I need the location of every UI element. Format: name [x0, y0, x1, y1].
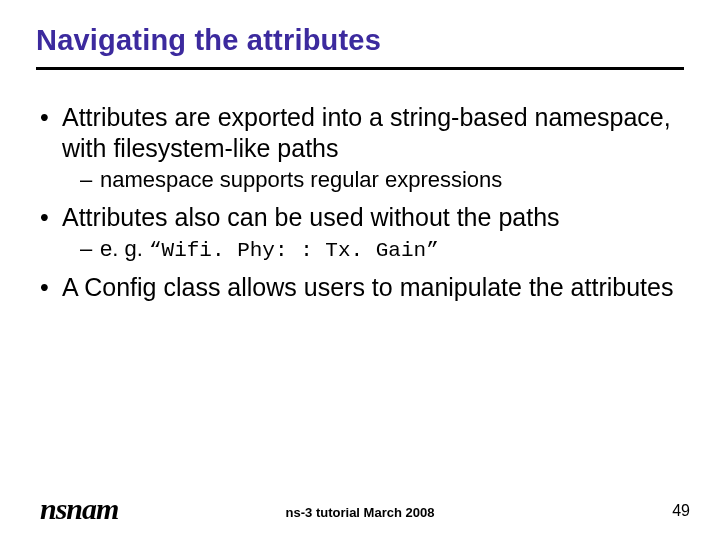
slide: Navigating the attributes Attributes are… [0, 0, 720, 540]
bullet-text: Attributes are exported into a string-ba… [62, 103, 671, 162]
sub-item: e. g. “Wifi. Phy: : Tx. Gain” [80, 236, 684, 264]
sub-item: namespace supports regular expressions [80, 167, 684, 194]
page-number: 49 [672, 502, 690, 520]
bullet-item: A Config class allows users to manipulat… [36, 272, 684, 303]
sub-code: “Wifi. Phy: : Tx. Gain” [149, 239, 439, 262]
sub-text: namespace supports regular expressions [100, 167, 502, 192]
bullet-text: Attributes also can be used without the … [62, 203, 560, 231]
title-rule [36, 67, 684, 70]
sub-list: namespace supports regular expressions [62, 167, 684, 194]
bullet-item: Attributes are exported into a string-ba… [36, 102, 684, 194]
slide-title: Navigating the attributes [36, 24, 684, 57]
sub-prefix: e. g. [100, 236, 149, 261]
footer-center: ns-3 tutorial March 2008 [0, 505, 720, 520]
bullet-list: Attributes are exported into a string-ba… [36, 102, 684, 302]
footer: nsnam ns-3 tutorial March 2008 49 [0, 486, 720, 526]
sub-list: e. g. “Wifi. Phy: : Tx. Gain” [62, 236, 684, 264]
bullet-text: A Config class allows users to manipulat… [62, 273, 673, 301]
slide-body: Attributes are exported into a string-ba… [36, 102, 684, 302]
bullet-item: Attributes also can be used without the … [36, 202, 684, 264]
